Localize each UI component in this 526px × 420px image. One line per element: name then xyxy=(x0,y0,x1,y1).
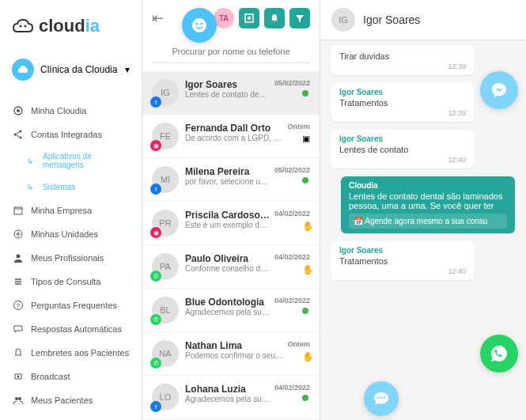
nav-label: Perguntas Frequentes xyxy=(31,301,117,310)
nav-item[interactable]: Contas Integradas xyxy=(0,123,142,146)
message-time: 12:39 xyxy=(339,109,466,117)
nav-item[interactable]: Minha Empresa xyxy=(0,199,142,222)
message-text: Tratamentos xyxy=(339,98,466,108)
home-icon xyxy=(12,104,25,117)
nav-item[interactable]: ↳Sistemas xyxy=(0,175,142,199)
wa-badge-icon: ✆ xyxy=(150,314,161,325)
conversation-avatar: PA✆ xyxy=(152,253,179,280)
ig-badge-icon: ◉ xyxy=(150,140,161,151)
nav-item[interactable]: ?Perguntas Frequentes xyxy=(0,293,142,317)
conversation-body: Blue OdontologiaAgradecemos pela sua con… xyxy=(185,297,271,324)
clinic-selector[interactable]: Clínica da Cloudia ▾ xyxy=(0,52,142,87)
nav-item[interactable]: Respostas Automáticas xyxy=(0,317,142,341)
question-icon: ? xyxy=(12,299,25,312)
conversation-item[interactable]: IGfIgor SoaresLentes de contato dental s… xyxy=(142,71,320,115)
chat-header-avatar: IG xyxy=(331,8,355,32)
logo-text-prefix: cloud xyxy=(39,16,85,36)
conversation-date: 04/02/2022 xyxy=(274,253,310,261)
nav-item[interactable]: Lembretes aos Pacientes xyxy=(0,341,142,365)
nav-item[interactable]: Broadcast xyxy=(0,365,142,388)
whatsapp-bubble-icon xyxy=(480,335,518,373)
logo-text-suffix: ia xyxy=(85,16,100,36)
conversation-preview: Este é um exemplo de Inteligê xyxy=(185,221,271,229)
message-text: Tirar duvidas xyxy=(339,51,466,61)
nav-label: Meus Profissionais xyxy=(31,253,104,263)
conversation-item[interactable]: MIfMilena Pereirapor favor, selecione um… xyxy=(142,158,320,202)
hand-icon: ✋ xyxy=(302,264,310,275)
device-icon: ▣ xyxy=(302,134,310,144)
fb-badge-icon: f xyxy=(150,96,161,108)
conversation-name: Milena Pereira xyxy=(185,166,271,177)
conversation-meta: Ontem▣ xyxy=(287,123,310,149)
conversation-item[interactable]: NA✆Nathan LimaPodemos confirmar o seu ag… xyxy=(142,332,320,376)
user-message: Tirar duvidas12:39 xyxy=(331,45,474,75)
chat-header-name: Igor Soares xyxy=(363,13,420,26)
nav-label: Minha Cloudia xyxy=(31,106,86,115)
conversation-item[interactable]: FE◉Fernanda Dall OrtoDe acordo com a LGP… xyxy=(142,115,320,158)
nav-item[interactable]: ↳Lista xyxy=(0,412,142,420)
ig-badge-icon: ◉ xyxy=(150,227,161,238)
message-sender: Igor Soares xyxy=(339,134,466,143)
svg-point-18 xyxy=(192,18,206,32)
chat-list-header: ⇤ TA xyxy=(142,0,320,36)
nav-label: Lembretes aos Pacientes xyxy=(31,348,129,358)
conversation-item[interactable]: PR◉Priscila Cardoso do ...Este é um exem… xyxy=(142,202,320,245)
conversation-meta: 04/02/2022 xyxy=(274,384,310,411)
conversation-date: Ontem xyxy=(287,123,310,131)
nav-item[interactable]: ↳Aplicativos de mensagens xyxy=(0,146,142,175)
conversation-body: Igor SoaresLentes de contato dental são … xyxy=(185,79,271,106)
conversation-preview: por favor, selecione um dos bo xyxy=(185,177,271,186)
conversation-avatar: NA✆ xyxy=(152,340,179,367)
conversation-date: 05/02/2022 xyxy=(274,166,310,174)
smile-bubble-icon xyxy=(182,8,217,43)
bell-icon xyxy=(12,346,25,359)
conversation-item[interactable]: LOfLohana LuziaAgradecemos pela sua conf… xyxy=(142,376,320,419)
dashboard-button[interactable] xyxy=(239,8,259,28)
chat-icon xyxy=(12,323,25,335)
message-cta-button[interactable]: 📅 Agende agora mesmo a sua consu xyxy=(349,214,507,229)
conversation-date: 04/02/2022 xyxy=(274,384,310,392)
message-time: 12:40 xyxy=(339,156,466,164)
conversation-body: Paulo OliveiraConforme conselho de ética… xyxy=(185,253,271,280)
chat-bubble-icon xyxy=(364,381,399,416)
conversation-avatar: BL✆ xyxy=(152,297,179,324)
filter-button[interactable] xyxy=(289,8,310,28)
conversation-avatar: FE◉ xyxy=(152,123,179,149)
message-time: 12:39 xyxy=(339,62,466,70)
nav-item[interactable]: Meus Profissionais xyxy=(0,246,142,270)
search-input[interactable] xyxy=(152,40,310,63)
broadcast-icon xyxy=(12,370,25,383)
chat-list-panel: ⇤ TA IGfIgor SoaresLentes de contato den… xyxy=(142,0,320,420)
store-icon xyxy=(12,204,25,217)
conversation-avatar: PR◉ xyxy=(152,210,179,236)
svg-point-21 xyxy=(377,397,379,399)
nav-item[interactable]: Tipos de Consulta xyxy=(0,270,142,293)
nav-label: Respostas Automáticas xyxy=(31,324,122,334)
svg-point-3 xyxy=(17,109,20,112)
nav-item[interactable]: Minha Cloudia xyxy=(0,99,142,123)
nav-item[interactable]: Meus Pacientes xyxy=(0,388,142,412)
notifications-button[interactable] xyxy=(264,8,285,28)
conversation-name: Fernanda Dall Orto xyxy=(185,123,284,134)
nav-label: Aplicativos de mensagens xyxy=(43,152,130,169)
message-text: Lentes de contato xyxy=(339,145,466,154)
nav-label: Minhas Unidades xyxy=(31,229,98,239)
conversation-name: Lohana Luzia xyxy=(185,384,271,395)
collapse-icon[interactable]: ⇤ xyxy=(152,9,164,27)
conversation-meta: 04/02/2022✋ xyxy=(274,253,310,280)
hand-icon: ✋ xyxy=(302,351,310,362)
nav-label: Sistemas xyxy=(43,183,75,191)
wa-badge-icon: ✆ xyxy=(150,271,161,282)
online-dot-icon xyxy=(302,308,308,314)
share-icon xyxy=(12,128,25,141)
conversation-item[interactable]: PA✆Paulo OliveiraConforme conselho de ét… xyxy=(142,245,320,289)
conversation-date: 04/02/2022 xyxy=(274,297,310,305)
nav-label: Broadcast xyxy=(31,372,70,381)
conversation-avatar: LOf xyxy=(152,384,179,411)
users-icon xyxy=(12,394,25,407)
nav-item[interactable]: Minhas Unidades xyxy=(0,222,142,246)
conversation-item[interactable]: BL✆Blue OdontologiaAgradecemos pela sua … xyxy=(142,289,320,332)
conversation-body: Fernanda Dall OrtoDe acordo com a LGPD, … xyxy=(185,123,284,149)
conversation-body: Milena Pereirapor favor, selecione um do… xyxy=(185,166,271,193)
nav-label: Contas Integradas xyxy=(31,130,102,139)
